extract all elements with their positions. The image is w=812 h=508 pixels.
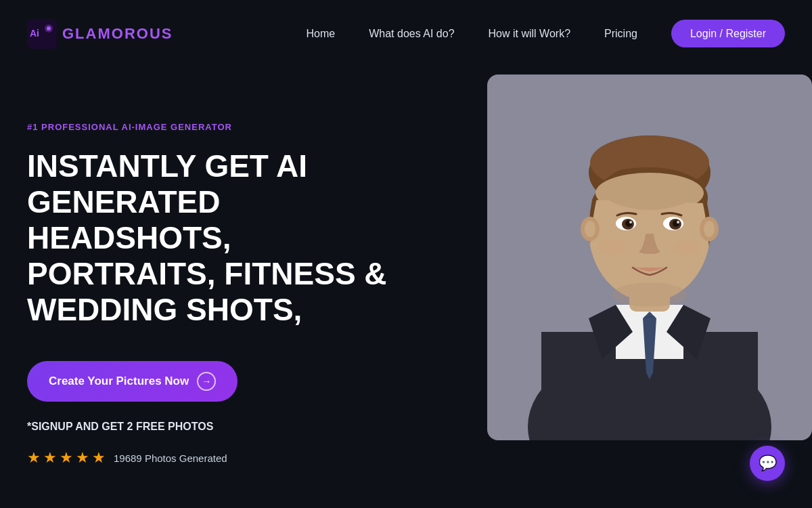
- nav-item-what-ai-does[interactable]: What does AI do?: [369, 28, 454, 40]
- svg-point-27: [585, 221, 595, 237]
- cta-button[interactable]: Create Your Pictures Now →: [27, 361, 238, 402]
- svg-point-30: [599, 239, 626, 255]
- nav-item-pricing[interactable]: Pricing: [604, 28, 637, 40]
- logo[interactable]: Ai GLAMOROUS: [27, 19, 173, 49]
- star-4: ★: [76, 449, 89, 467]
- cta-arrow-icon: →: [197, 372, 216, 391]
- svg-point-16: [595, 173, 704, 213]
- svg-point-23: [629, 221, 632, 224]
- hero-title: Instantly get AI Generated Headshots, Po…: [27, 148, 406, 327]
- nav-item-home[interactable]: Home: [307, 28, 336, 40]
- rating-row: ★ ★ ★ ★ ★ 19689 Photos Generated: [27, 449, 433, 467]
- navbar: Ai GLAMOROUS Home What does AI do? How i…: [0, 0, 812, 68]
- hero-section: #1 Professional AI-Image Generator Insta…: [0, 68, 812, 508]
- cta-label: Create Your Pictures Now: [49, 375, 189, 388]
- logo-icon: Ai: [27, 19, 57, 49]
- nav-item-how-it-works[interactable]: How it will Work?: [489, 28, 571, 40]
- star-3: ★: [60, 449, 73, 467]
- svg-point-31: [673, 239, 700, 255]
- hero-content: #1 Professional AI-Image Generator Insta…: [27, 81, 433, 467]
- hero-badge: #1 Professional AI-Image Generator: [27, 122, 433, 132]
- svg-point-29: [612, 282, 687, 307]
- photos-count: 19689 Photos Generated: [114, 452, 227, 464]
- nav-links: Home What does AI do? How it will Work? …: [307, 28, 785, 40]
- star-5: ★: [92, 449, 106, 467]
- svg-point-3: [47, 26, 51, 30]
- chat-icon: 💬: [759, 454, 777, 472]
- signup-note: *SIGNUP AND GET 2 FREE PHOTOS: [27, 421, 433, 433]
- hero-image: [487, 75, 812, 440]
- chat-button[interactable]: 💬: [750, 446, 785, 481]
- nav-item-login[interactable]: Login / Register: [671, 28, 785, 40]
- svg-point-24: [677, 221, 679, 224]
- star-1: ★: [27, 449, 41, 467]
- svg-text:Ai: Ai: [30, 28, 39, 39]
- svg-point-28: [704, 221, 715, 237]
- star-2: ★: [43, 449, 57, 467]
- star-rating: ★ ★ ★ ★ ★: [27, 449, 106, 467]
- logo-text: GLAMOROUS: [62, 26, 173, 41]
- portrait-image: [487, 75, 812, 440]
